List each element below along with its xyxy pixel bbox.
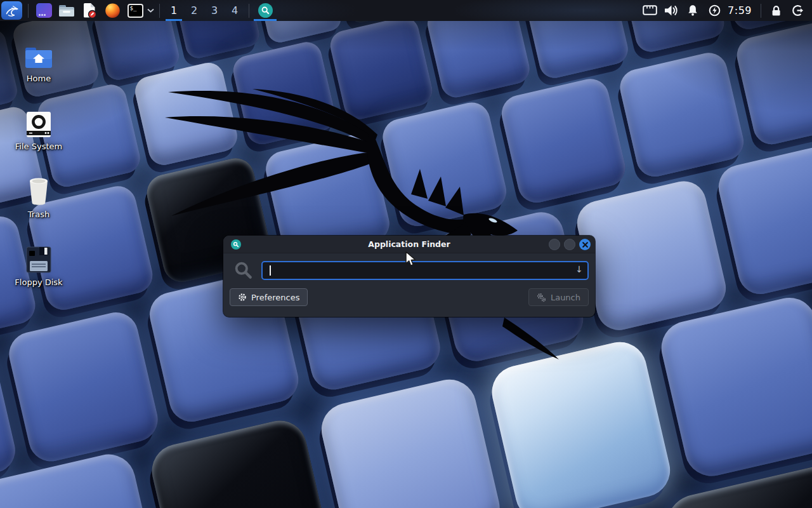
logout-button[interactable] xyxy=(788,1,807,20)
desktop-icon-label: Trash xyxy=(28,210,49,219)
close-icon xyxy=(582,242,588,248)
workspace-3[interactable]: 3 xyxy=(204,0,225,21)
notifications-indicator[interactable] xyxy=(683,1,702,20)
volume-icon xyxy=(664,4,678,17)
file-manager-launcher[interactable] xyxy=(57,1,76,20)
kali-logo-icon xyxy=(4,3,20,18)
window-icon-application-finder xyxy=(231,239,241,250)
taskbar-application-finder[interactable] xyxy=(253,0,277,21)
volume-indicator[interactable] xyxy=(662,1,681,20)
desktop-icon-label: File System xyxy=(15,142,62,151)
file-manager-icon xyxy=(58,4,75,18)
bell-icon xyxy=(687,4,698,17)
minimize-button[interactable] xyxy=(549,239,560,250)
mouse-cursor xyxy=(403,251,417,267)
desktop-icon-floppy-disk[interactable]: Floppy Disk xyxy=(8,236,70,304)
workspace-1[interactable]: 1 xyxy=(164,0,184,21)
text-editor-launcher[interactable] xyxy=(80,1,99,20)
logout-icon xyxy=(792,4,804,17)
expand-results-icon[interactable]: ↓ xyxy=(575,264,583,274)
network-indicator[interactable] xyxy=(640,1,659,20)
firefox-launcher[interactable] xyxy=(103,1,122,20)
panel-separator xyxy=(249,4,249,18)
trash-empty-icon xyxy=(27,168,51,206)
terminal-launcher[interactable]: $_ xyxy=(126,1,145,20)
desktop-icon-trash[interactable]: Trash xyxy=(8,168,70,236)
close-button[interactable] xyxy=(579,239,591,250)
launch-button[interactable]: Launch xyxy=(528,288,589,306)
text-caret xyxy=(270,265,271,276)
desktop-icon-label: Home xyxy=(27,74,51,83)
search-icon xyxy=(233,260,254,281)
preferences-button[interactable]: Preferences xyxy=(230,288,308,306)
network-icon xyxy=(643,5,657,16)
top-panel: $_ 1 2 3 4 xyxy=(0,0,812,21)
terminal-icon: $_ xyxy=(128,4,143,18)
panel-right: 7:59 xyxy=(639,0,812,21)
preferences-label: Preferences xyxy=(251,293,299,302)
panel-separator xyxy=(761,4,761,18)
workspace-4[interactable]: 4 xyxy=(225,0,245,21)
clock[interactable]: 7:59 xyxy=(728,4,752,17)
window-switcher-launcher[interactable] xyxy=(34,1,53,20)
desktop-icon-list: Home File System Trash xyxy=(8,32,70,304)
search-input[interactable] xyxy=(261,261,589,280)
desktop-icon-file-system[interactable]: File System xyxy=(8,100,70,168)
kali-menu-button[interactable] xyxy=(1,1,22,20)
workspace-switcher: 1 2 3 4 xyxy=(164,0,245,21)
chevron-down-icon xyxy=(147,8,154,13)
launch-label: Launch xyxy=(551,293,580,302)
workspace-2[interactable]: 2 xyxy=(184,0,204,21)
application-finder-icon xyxy=(258,3,273,18)
file-system-drive-icon xyxy=(25,100,52,138)
gear-icon xyxy=(238,293,247,302)
firefox-icon xyxy=(105,3,121,18)
panel-separator xyxy=(159,4,160,18)
maximize-button[interactable] xyxy=(564,239,575,250)
window-switcher-icon xyxy=(36,3,52,18)
terminal-dropdown-button[interactable] xyxy=(147,8,154,13)
desktop-icon-label: Floppy Disk xyxy=(15,277,62,287)
application-finder-window: Application Finder ↓ xyxy=(223,236,595,317)
panel-left: $_ 1 2 3 4 xyxy=(0,0,277,21)
lock-screen-button[interactable] xyxy=(766,1,785,20)
panel-separator xyxy=(28,4,29,18)
kali-dragon-logo xyxy=(159,64,590,368)
power-manager-indicator[interactable] xyxy=(705,1,724,20)
floppy-disk-icon xyxy=(25,236,52,274)
lock-icon xyxy=(771,4,782,17)
desktop-icon-home[interactable]: Home xyxy=(8,32,70,100)
power-manager-icon xyxy=(709,4,721,17)
window-title: Application Finder xyxy=(223,239,595,249)
launch-gears-icon xyxy=(537,293,546,302)
home-folder-icon xyxy=(24,32,53,70)
text-editor-icon xyxy=(82,3,97,18)
